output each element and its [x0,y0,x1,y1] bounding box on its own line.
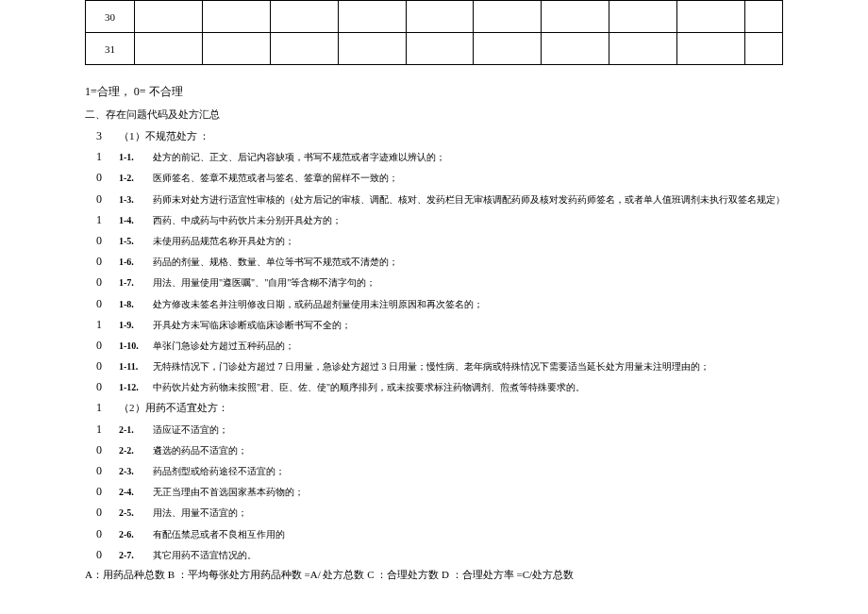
table-cell [745,33,783,65]
code-row: 1（2）用药不适宜处方： [85,397,868,418]
code-count: 0 [85,460,113,481]
code-row: 01-12.中药饮片处方药物未按照"君、臣、佐、使"的顺序排列，或未按要求标注药… [85,376,868,397]
table-cell [677,33,745,65]
table-cell [406,1,474,33]
code-count: 0 [85,251,113,272]
code-label: 1-2. [113,170,151,188]
code-count: 1 [85,146,113,167]
code-text: 无正当理由不首选国家基本药物的； [151,484,868,502]
code-row: 02-5.用法、用量不适宜的； [85,502,868,523]
code-text: 中药饮片处方药物未按照"君、臣、佐、使"的顺序排列，或未按要求标注药物调剂、煎煮… [151,379,868,397]
code-text: 开具处方未写临床诊断或临床诊断书写不全的； [151,317,868,335]
code-row: 01-10.单张门急诊处方超过五种药品的； [85,335,868,356]
code-count: 0 [85,272,113,292]
code-count: 0 [85,293,113,314]
code-row: 11-1.处方的前记、正文、后记内容缺项，书写不规范或者字迹难以辨认的； [85,146,868,167]
code-row: 12-1.适应证不适宜的； [85,419,868,440]
code-list: 3（1）不规范处方 ：11-1.处方的前记、正文、后记内容缺项，书写不规范或者字… [0,122,868,565]
code-count: 0 [85,523,113,544]
table-cell [338,1,406,33]
code-label: 2-4. [113,484,151,502]
code-label: 1-5. [113,233,151,251]
row-number-cell: 31 [86,33,135,65]
code-count: 3 [85,125,113,146]
code-text: 药师未对处方进行适宜性审核的（处方后记的审核、调配、核对、发药栏目无审核调配药师… [151,191,868,209]
table-cell [677,1,745,33]
code-label: 1-3. [113,191,151,209]
code-text: 无特殊情况下，门诊处方超过 7 日用量，急诊处方超过 3 日用量；慢性病、老年病… [151,358,868,376]
code-count: 1 [85,314,113,335]
code-count: 0 [85,167,113,188]
code-count: 0 [85,335,113,356]
code-header-text: （2）用药不适宜处方： [113,398,228,417]
code-count: 1 [85,397,113,418]
code-row: 01-8.处方修改未签名并注明修改日期，或药品超剂量使用未注明原因和再次签名的； [85,293,868,314]
code-label: 1-10. [113,338,151,356]
code-row: 01-7.用法、用量使用"遵医嘱"、"自用"等含糊不清字句的； [85,272,868,292]
code-count: 0 [85,481,113,502]
code-count: 0 [85,376,113,397]
table-cell [270,1,338,33]
table-cell [406,33,474,65]
code-label: 1-12. [113,379,151,397]
code-count: 1 [85,419,113,440]
code-count: 0 [85,544,113,565]
code-text: 药品剂型或给药途径不适宜的； [151,463,868,481]
code-text: 西药、中成药与中药饮片未分别开具处方的； [151,212,868,230]
code-row: 02-7. 其它用药不适宜情况的。 [85,544,868,565]
table-row: 31 [86,33,783,65]
code-label: 1-7. [113,274,151,292]
table-cell [474,1,542,33]
code-text: 未使用药品规范名称开具处方的； [151,233,868,251]
code-label: 1-11. [113,358,151,376]
code-text: 处方的前记、正文、后记内容缺项，书写不规范或者字迹难以辨认的； [151,149,868,167]
table-cell [745,1,783,33]
code-count: 0 [85,356,113,376]
code-text: 有配伍禁忌或者不良相互作用的 [151,526,868,544]
code-count: 0 [85,502,113,523]
code-label: 1-6. [113,254,151,272]
table-cell [609,33,677,65]
section-title: 二、存在问题代码及处方汇总 [0,100,868,122]
table-cell [609,1,677,33]
code-text: 单张门急诊处方超过五种药品的； [151,338,868,356]
code-row: 11-4.西药、中成药与中药饮片未分别开具处方的； [85,209,868,230]
code-row: 02-2.遴选的药品不适宜的； [85,440,868,460]
code-label: 2-1. [113,422,151,440]
code-label: 2-5. [113,505,151,523]
code-label: 2-6. [113,526,151,544]
code-row: 3（1）不规范处方 ： [85,125,868,146]
code-label: 1-4. [113,212,151,230]
code-row: 01-11.无特殊情况下，门诊处方超过 7 日用量，急诊处方超过 3 日用量；慢… [85,356,868,376]
code-text: 适应证不适宜的； [151,422,868,440]
table-cell [542,33,609,65]
code-row: 01-2.医师签名、签章不规范或者与签名、签章的留样不一致的； [85,167,868,188]
code-label: 1-9. [113,317,151,335]
code-text: 医师签名、签章不规范或者与签名、签章的留样不一致的； [151,170,868,188]
code-header-text: （1）不规范处方 ： [113,126,209,145]
code-text: 处方修改未签名并注明修改日期，或药品超剂量使用未注明原因和再次签名的； [151,296,868,314]
table-cell [135,33,203,65]
code-row: 02-6. 有配伍禁忌或者不良相互作用的 [85,523,868,544]
code-row: 02-4.无正当理由不首选国家基本药物的； [85,481,868,502]
table-cell [338,33,406,65]
data-table: 30 31 [85,0,783,65]
code-row: 01-3.药师未对处方进行适宜性审核的（处方后记的审核、调配、核对、发药栏目无审… [85,189,868,209]
code-text: 用法、用量不适宜的； [151,505,868,523]
code-label: 2-2. [113,442,151,460]
row-number-cell: 30 [86,1,135,33]
code-row: 02-3.药品剂型或给药途径不适宜的； [85,460,868,481]
code-text: 其它用药不适宜情况的。 [151,547,868,565]
table-row: 30 [86,1,783,33]
code-count: 1 [85,209,113,230]
code-row: 11-9.开具处方未写临床诊断或临床诊断书写不全的； [85,314,868,335]
table-cell [270,33,338,65]
code-label: 1-8. [113,296,151,314]
code-row: 01-6.药品的剂量、规格、数量、单位等书写不规范或不清楚的； [85,251,868,272]
table-cell [202,1,270,33]
legend-text: 1=合理， 0= 不合理 [0,65,868,100]
code-text: 用法、用量使用"遵医嘱"、"自用"等含糊不清字句的； [151,274,868,292]
code-count: 0 [85,189,113,209]
code-text: 遴选的药品不适宜的； [151,442,868,460]
code-label: 2-3. [113,463,151,481]
